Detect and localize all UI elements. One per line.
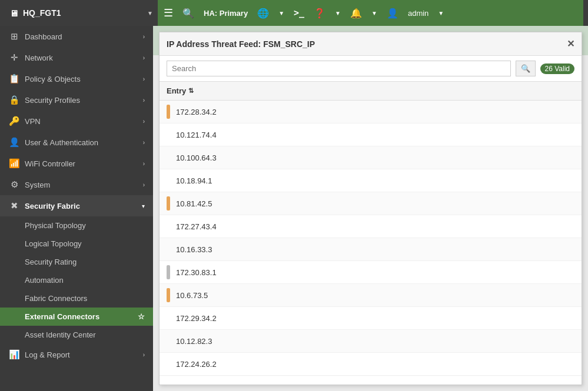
bell-chevron-icon[interactable]: ▼ (371, 10, 377, 16)
table-row[interactable]: 10.0.52.5 (160, 376, 582, 376)
terminal-icon[interactable]: >_ (294, 8, 304, 18)
user-icon[interactable]: 👤 (387, 8, 398, 19)
sidebar-item-network[interactable]: ✛ Network › (0, 47, 153, 68)
entry-column-label: Entry (167, 86, 186, 95)
ip-entry: 10.121.74.4 (176, 131, 217, 139)
sidebar-subitem-asset-identity[interactable]: Asset Identity Center (0, 326, 153, 344)
sidebar: ⊞ Dashboard › ✛ Network › 📋 Policy & Obj… (0, 26, 153, 391)
network-icon: 🌐 (257, 8, 269, 19)
admin-chevron-icon[interactable]: ▼ (438, 10, 444, 16)
threat-panel-header: IP Address Threat Feed: FSM_SRC_IP ✕ (160, 32, 582, 56)
threat-feed-panel: IP Address Threat Feed: FSM_SRC_IP ✕ 🔍 2… (159, 32, 582, 385)
device-icon: 🖥 (9, 8, 18, 18)
table-row[interactable]: 10.12.82.3 (160, 330, 582, 353)
help-chevron-icon[interactable]: ▼ (335, 10, 341, 16)
table-row[interactable]: 10.6.73.5 (160, 284, 582, 307)
user-auth-icon: 👤 (8, 137, 20, 148)
help-icon[interactable]: ❓ (314, 8, 325, 19)
entry-indicator (167, 105, 170, 119)
sidebar-item-system[interactable]: ⚙ System › (0, 174, 153, 195)
table-row[interactable]: 172.24.26.2 (160, 353, 582, 376)
sidebar-subitem-security-rating[interactable]: Security Rating (0, 253, 153, 271)
chevron-right-icon: › (143, 118, 145, 125)
chevron-down-icon: ▾ (142, 203, 145, 209)
sidebar-subitem-physical-topology[interactable]: Physical Topology (0, 216, 153, 235)
star-icon[interactable]: ☆ (138, 312, 145, 321)
device-chevron-icon: ▼ (147, 10, 153, 16)
ip-entry: 10.81.42.5 (176, 199, 212, 208)
ip-entry: 172.24.26.2 (176, 360, 217, 369)
entry-indicator (167, 311, 170, 325)
table-row[interactable]: 10.18.94.1 (160, 169, 582, 192)
sidebar-item-label: VPN (25, 117, 138, 126)
sidebar-item-vpn[interactable]: 🔑 VPN › (0, 111, 153, 132)
sidebar-item-user-auth[interactable]: 👤 User & Authentication › (0, 132, 153, 153)
ip-entry: 172.27.43.4 (176, 222, 217, 231)
close-button[interactable]: ✕ (567, 38, 574, 49)
table-row[interactable]: 10.81.42.5 (160, 192, 582, 215)
device-selector[interactable]: ➔ 🖥 HQ_FGT1 ▼ (5, 8, 158, 18)
sidebar-item-label: Policy & Objects (25, 75, 138, 83)
sidebar-item-security-profiles[interactable]: 🔒 Security Profiles › (0, 89, 153, 111)
threat-table-header: Entry ⇅ (160, 82, 582, 101)
sidebar-item-wifi[interactable]: 📶 WiFi Controller › (0, 153, 153, 174)
valid-count: 26 (545, 65, 553, 73)
topbar: ➔ 🖥 HQ_FGT1 ▼ ☰ 🔍 HA: Primary 🌐 ▼ >_ ❓ ▼… (0, 0, 588, 26)
subitem-label: External Connectors (25, 312, 99, 321)
sidebar-item-policy[interactable]: 📋 Policy & Objects › (0, 68, 153, 89)
policy-icon: 📋 (8, 73, 20, 84)
subitem-label: Fabric Connectors (25, 294, 87, 303)
sidebar-subitem-fabric-connectors[interactable]: Fabric Connectors (0, 289, 153, 308)
hamburger-icon[interactable]: ☰ (164, 6, 173, 19)
threat-panel-title: IP Address Threat Feed: FSM_SRC_IP (167, 39, 315, 49)
sidebar-item-dashboard[interactable]: ⊞ Dashboard › (0, 26, 153, 47)
table-row[interactable]: 172.28.34.2 (160, 101, 582, 123)
table-row[interactable]: 10.121.74.4 (160, 123, 582, 146)
entry-indicator (167, 173, 170, 188)
chevron-right-icon: › (143, 139, 145, 146)
entry-indicator (167, 128, 170, 142)
sort-icon[interactable]: ⇅ (188, 87, 194, 95)
ip-entry: 10.100.64.3 (176, 153, 217, 162)
table-row[interactable]: 172.27.43.4 (160, 215, 582, 238)
log-report-icon: 📊 (8, 349, 20, 360)
threat-search-row: 🔍 26 Valid (160, 56, 582, 82)
entry-indicator (167, 196, 170, 210)
system-icon: ⚙ (8, 179, 20, 190)
entry-indicator (167, 242, 170, 256)
chevron-right-icon: › (143, 161, 145, 167)
entry-indicator (167, 219, 170, 233)
device-name: HQ_FGT1 (23, 8, 61, 18)
threat-search-input[interactable] (167, 61, 511, 76)
entry-indicator (167, 357, 170, 371)
ip-entry: 172.30.83.1 (176, 268, 217, 277)
subitem-label: Security Rating (25, 258, 77, 266)
sidebar-item-security-fabric[interactable]: ✖ Security Fabric ▾ (0, 195, 153, 216)
content-area: IP Address Threat Feed: FSM_SRC_IP ✕ 🔍 2… (153, 26, 588, 391)
topbar-chevron-icon[interactable]: ▼ (278, 10, 284, 16)
sidebar-item-label: Security Fabric (25, 202, 137, 210)
topbar-green-area: ☰ 🔍 HA: Primary 🌐 ▼ >_ ❓ ▼ 🔔 ▼ 👤 admin ▼ (158, 0, 583, 26)
search-button[interactable]: 🔍 (516, 61, 536, 76)
table-row[interactable]: 10.16.33.3 (160, 238, 582, 261)
security-profiles-icon: 🔒 (8, 95, 20, 105)
table-row[interactable]: 10.100.64.3 (160, 146, 582, 169)
subitem-label: Automation (25, 276, 64, 285)
ip-entry: 10.12.82.3 (176, 337, 212, 346)
ip-entry: 10.18.94.1 (176, 176, 212, 185)
entry-indicator (167, 334, 170, 348)
admin-label: admin (408, 9, 428, 18)
table-row[interactable]: 172.29.34.2 (160, 307, 582, 330)
sidebar-subitem-external-connectors[interactable]: External Connectors ☆ (0, 308, 153, 326)
ip-entry: 10.16.33.3 (176, 245, 212, 254)
sidebar-subitem-logical-topology[interactable]: Logical Topology (0, 235, 153, 253)
bell-icon[interactable]: 🔔 (350, 8, 362, 19)
sidebar-item-log-report[interactable]: 📊 Log & Report › (0, 344, 153, 365)
sidebar-item-label: Network (25, 54, 138, 62)
search-icon[interactable]: 🔍 (182, 8, 194, 19)
table-row[interactable]: 172.30.83.1 (160, 261, 582, 284)
sidebar-subitem-automation[interactable]: Automation (0, 271, 153, 289)
sidebar-item-label: Dashboard (25, 32, 138, 41)
entry-indicator (167, 288, 170, 302)
ip-entry: 172.29.34.2 (176, 314, 217, 323)
